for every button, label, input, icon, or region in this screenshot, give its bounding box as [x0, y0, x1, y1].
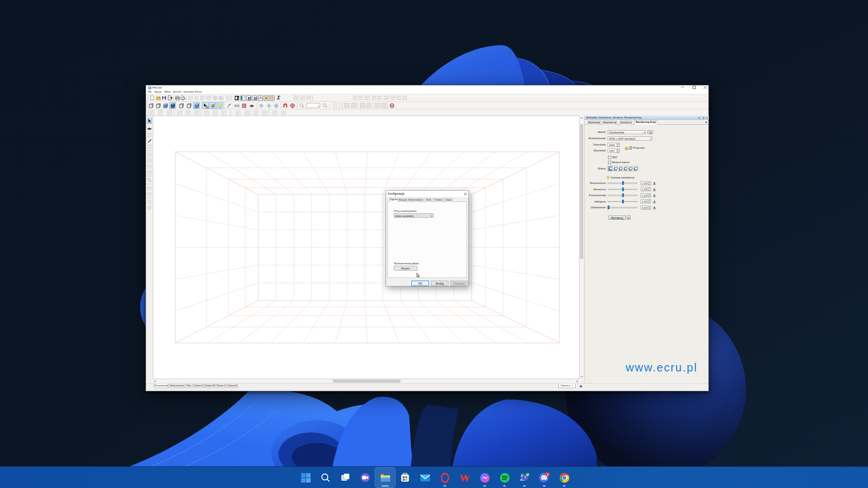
svg-text:2: 2 [547, 473, 548, 477]
svg-text:3: 3 [238, 97, 240, 100]
